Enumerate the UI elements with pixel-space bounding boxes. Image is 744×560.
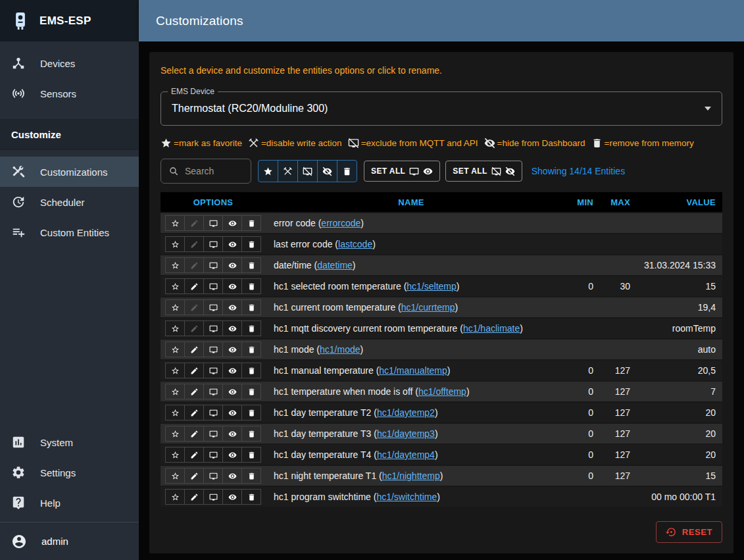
mqtt-button[interactable] (203, 299, 223, 315)
entity-name[interactable]: hc1 day temperature T2 (hc1/daytemp2) (266, 407, 557, 418)
mqtt-button[interactable] (203, 215, 223, 231)
delete-button[interactable] (241, 384, 261, 399)
entity-link[interactable]: hc1/daytemp3 (377, 428, 435, 439)
set-all-button-2[interactable]: SET ALL (445, 161, 522, 182)
mqtt-button[interactable] (203, 342, 223, 357)
mqtt-button[interactable] (203, 384, 223, 399)
sidebar-item-customizations[interactable]: Customizations (0, 157, 139, 187)
delete-button[interactable] (241, 278, 261, 294)
entity-name[interactable]: hc1 mqtt discovery current room temperat… (266, 323, 557, 334)
delete-button[interactable] (241, 447, 261, 463)
favorite-button[interactable] (165, 342, 185, 357)
sidebar-item-sensors[interactable]: Sensors (0, 78, 139, 109)
edit-button[interactable] (184, 320, 204, 336)
visibility-button[interactable] (222, 405, 242, 420)
edit-button[interactable] (184, 363, 204, 378)
visibility-button[interactable] (222, 384, 242, 399)
favorite-button[interactable] (165, 257, 185, 273)
entity-name[interactable]: hc1 day temperature T3 (hc1/daytemp3) (266, 428, 557, 439)
edit-button[interactable] (184, 257, 204, 273)
mqtt-button[interactable] (203, 489, 223, 505)
favorite-button[interactable] (165, 278, 185, 294)
entity-link[interactable]: hc1/haclimate (463, 323, 520, 334)
sidebar-user[interactable]: admin (0, 522, 139, 560)
delete-button[interactable] (241, 426, 261, 442)
edit-button[interactable] (184, 342, 204, 357)
edit-button[interactable] (184, 405, 204, 420)
mqtt-button[interactable] (203, 405, 223, 420)
entity-link[interactable]: hc1/daytemp4 (377, 449, 435, 460)
mqtt-button[interactable] (203, 468, 223, 484)
mqtt-button[interactable] (203, 363, 223, 378)
favorite-button[interactable] (165, 468, 185, 484)
mqtt-button[interactable] (203, 320, 223, 336)
search-input[interactable] (185, 166, 243, 176)
edit-button[interactable] (184, 215, 204, 231)
mqtt-button[interactable] (203, 257, 223, 273)
entity-link[interactable]: hc1/nighttemp (382, 471, 440, 481)
visibility-button[interactable] (222, 363, 242, 378)
delete-button[interactable] (241, 363, 261, 378)
reset-button[interactable]: RESET (656, 521, 722, 543)
delete-button[interactable] (241, 468, 261, 484)
sidebar-item-custom-entities[interactable]: Custom Entities (0, 217, 139, 247)
visibility-button[interactable] (222, 468, 242, 484)
favorite-button[interactable] (165, 447, 185, 463)
favorite-button[interactable] (165, 426, 185, 442)
sidebar-item-help[interactable]: Help (0, 488, 139, 518)
entity-name[interactable]: hc1 temperature when mode is off (hc1/of… (266, 386, 557, 397)
filter-visibility-off-button[interactable] (317, 160, 337, 182)
entity-link[interactable]: hc1/switchtime (376, 492, 437, 502)
filter-delete-button[interactable] (337, 160, 357, 182)
sidebar-item-system[interactable]: System (0, 427, 139, 457)
favorite-button[interactable] (165, 363, 185, 378)
favorite-button[interactable] (165, 489, 185, 505)
delete-button[interactable] (241, 489, 261, 505)
favorite-button[interactable] (165, 299, 185, 315)
mqtt-button[interactable] (203, 426, 223, 442)
visibility-button[interactable] (222, 299, 242, 315)
delete-button[interactable] (241, 405, 261, 420)
entity-link[interactable]: datetime (317, 260, 353, 270)
favorite-button[interactable] (165, 320, 185, 336)
entity-name[interactable]: hc1 selected room temperature (hc1/selte… (266, 281, 557, 292)
entity-link[interactable]: hc1/daytemp2 (377, 407, 435, 418)
filter-star-button[interactable] (258, 160, 278, 182)
delete-button[interactable] (241, 215, 261, 231)
entity-name[interactable]: last error code (lastcode) (266, 239, 557, 249)
entity-link[interactable]: hc1/seltemp (407, 281, 456, 292)
entity-name[interactable]: error code (errorcode) (266, 218, 557, 228)
edit-button[interactable] (184, 384, 204, 399)
edit-button[interactable] (184, 426, 204, 442)
visibility-button[interactable] (222, 489, 242, 505)
visibility-button[interactable] (222, 447, 242, 463)
set-all-button-1[interactable]: SET ALL (364, 161, 440, 182)
search-box[interactable] (161, 159, 251, 184)
entity-link[interactable]: hc1/manualtemp (379, 365, 447, 376)
entity-link[interactable]: hc1/offtemp (418, 386, 466, 397)
filter-mqtt-off-button[interactable] (297, 160, 318, 182)
favorite-button[interactable] (165, 236, 185, 252)
edit-button[interactable] (184, 468, 204, 484)
entity-link[interactable]: errorcode (321, 218, 360, 228)
edit-button[interactable] (184, 447, 204, 463)
delete-button[interactable] (241, 299, 261, 315)
visibility-button[interactable] (222, 342, 242, 357)
mqtt-button[interactable] (203, 278, 223, 294)
favorite-button[interactable] (165, 405, 185, 420)
entity-name[interactable]: hc1 current room temperature (hc1/currte… (266, 302, 557, 313)
edit-button[interactable] (184, 236, 204, 252)
favorite-button[interactable] (165, 384, 185, 399)
delete-button[interactable] (241, 342, 261, 357)
delete-button[interactable] (241, 320, 261, 336)
entity-name[interactable]: hc1 day temperature T4 (hc1/daytemp4) (266, 449, 557, 460)
edit-button[interactable] (184, 489, 204, 505)
visibility-button[interactable] (222, 236, 242, 252)
sidebar-item-devices[interactable]: Devices (0, 48, 139, 78)
mqtt-button[interactable] (203, 236, 223, 252)
favorite-button[interactable] (165, 215, 185, 231)
sidebar-item-settings[interactable]: Settings (0, 457, 139, 488)
entity-link[interactable]: hc1/mode (320, 344, 360, 355)
entity-name[interactable]: hc1 night temperature T1 (hc1/nighttemp) (266, 471, 557, 481)
sidebar-item-scheduler[interactable]: Scheduler (0, 187, 139, 217)
